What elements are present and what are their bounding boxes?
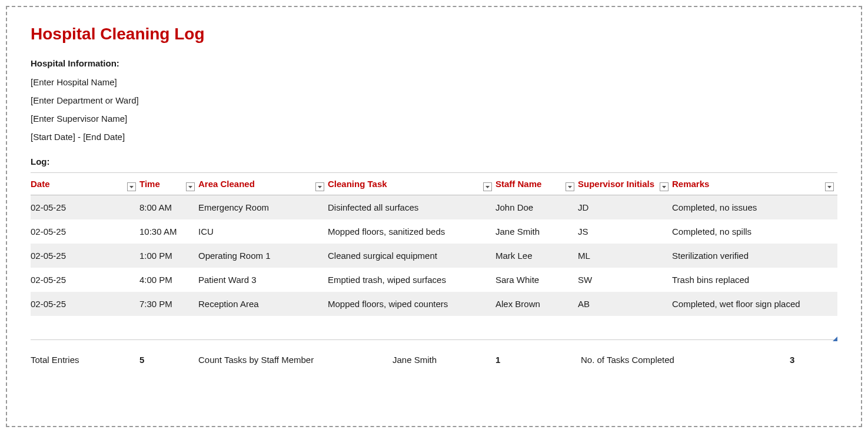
hospital-info-heading: Hospital Information: — [31, 58, 837, 68]
cell-task: Disinfected all surfaces — [328, 195, 495, 220]
cell-task: Emptied trash, wiped surfaces — [328, 268, 495, 292]
col-header-time: Time — [139, 173, 198, 195]
chevron-down-icon — [662, 186, 666, 188]
cell-area: Operating Room 1 — [198, 244, 328, 268]
cell-area: Emergency Room — [198, 195, 328, 220]
cell-task: Mopped floors, wiped counters — [328, 292, 495, 316]
table-bottom-border — [31, 339, 837, 340]
cell-area: Patient Ward 3 — [198, 268, 328, 292]
svg-marker-0 — [129, 186, 134, 188]
cell-date: 02-05-25 — [31, 292, 139, 316]
total-entries-label: Total Entries — [31, 355, 139, 365]
cell-staff: Jane Smith — [495, 219, 578, 244]
cell-staff: Sara White — [495, 268, 578, 292]
table-row: 02-05-251:00 PMOperating Room 1Cleaned s… — [31, 244, 837, 268]
svg-marker-3 — [485, 186, 490, 188]
supervisor-placeholder[interactable]: [Enter Supervisor Name] — [31, 114, 837, 124]
col-header-label: Cleaning Task — [328, 179, 387, 189]
chevron-down-icon — [485, 186, 490, 188]
col-header-label: Time — [139, 179, 160, 189]
filter-button-task[interactable] — [483, 182, 492, 191]
cell-area: Reception Area — [198, 292, 328, 316]
cell-time: 10:30 AM — [139, 219, 198, 244]
cell-date: 02-05-25 — [31, 268, 139, 292]
table-row: 02-05-254:00 PMPatient Ward 3Emptied tra… — [31, 268, 837, 292]
col-header-date: Date — [31, 173, 139, 195]
total-entries-value: 5 — [139, 355, 198, 365]
summary-row: Total Entries 5 Count Tasks by Staff Mem… — [31, 355, 837, 365]
chevron-down-icon — [188, 186, 192, 188]
col-header-label: Staff Name — [495, 179, 541, 189]
col-header-staff: Staff Name — [495, 173, 578, 195]
cell-remarks: Completed, no spills — [672, 219, 837, 244]
table-row: 02-05-257:30 PMReception AreaMopped floo… — [31, 292, 837, 316]
department-placeholder[interactable]: [Enter Department or Ward] — [31, 95, 837, 105]
col-header-label: Supervisor Initials — [578, 179, 654, 189]
cell-sup: JD — [578, 195, 672, 220]
tasks-completed-value: 3 — [790, 355, 794, 365]
svg-marker-4 — [568, 186, 572, 188]
cell-time: 7:30 PM — [139, 292, 198, 316]
cell-time: 4:00 PM — [139, 268, 198, 292]
chevron-down-icon — [827, 186, 832, 188]
page-title: Hospital Cleaning Log — [31, 25, 837, 44]
cell-remarks: Trash bins replaced — [672, 268, 837, 292]
table-resize-handle[interactable] — [833, 337, 837, 341]
svg-marker-5 — [662, 186, 666, 188]
filter-button-time[interactable] — [186, 182, 195, 191]
cell-sup: ML — [578, 244, 672, 268]
document-frame: Hospital Cleaning Log Hospital Informati… — [6, 6, 862, 427]
cell-area: ICU — [198, 219, 328, 244]
cell-time: 8:00 AM — [139, 195, 198, 220]
log-heading: Log: — [31, 156, 837, 166]
cell-sup: SW — [578, 268, 672, 292]
filter-button-remarks[interactable] — [825, 182, 834, 191]
filter-button-date[interactable] — [127, 182, 136, 191]
col-header-label: Date — [31, 179, 50, 189]
cell-staff: John Doe — [495, 195, 578, 220]
cell-sup: AB — [578, 292, 672, 316]
log-table: Date Time Area Cleaned — [31, 173, 837, 316]
cell-remarks: Completed, no issues — [672, 195, 837, 220]
cell-remarks: Sterilization verified — [672, 244, 837, 268]
col-header-area: Area Cleaned — [198, 173, 328, 195]
cell-staff: Mark Lee — [495, 244, 578, 268]
col-header-task: Cleaning Task — [328, 173, 495, 195]
chevron-down-icon — [568, 186, 572, 188]
svg-marker-1 — [188, 186, 192, 188]
col-header-remarks: Remarks — [672, 173, 837, 195]
cell-task: Cleaned surgical equipment — [328, 244, 495, 268]
count-by-staff-value: 1 — [495, 355, 581, 365]
table-row: 02-05-2510:30 AMICUMopped floors, saniti… — [31, 219, 837, 244]
cell-task: Mopped floors, sanitized beds — [328, 219, 495, 244]
filter-button-supervisor[interactable] — [660, 182, 669, 191]
cell-staff: Alex Brown — [495, 292, 578, 316]
chevron-down-icon — [318, 186, 322, 188]
cell-date: 02-05-25 — [31, 195, 139, 220]
hospital-name-placeholder[interactable]: [Enter Hospital Name] — [31, 77, 837, 87]
tasks-completed-label: No. of Tasks Completed — [581, 355, 790, 365]
col-header-label: Remarks — [672, 179, 709, 189]
svg-marker-6 — [827, 186, 832, 188]
cell-sup: JS — [578, 219, 672, 244]
col-header-label: Area Cleaned — [198, 179, 255, 189]
count-by-staff-name: Jane Smith — [393, 355, 495, 365]
svg-marker-2 — [318, 186, 322, 188]
filter-button-area[interactable] — [315, 182, 324, 191]
date-range-placeholder[interactable]: [Start Date] - [End Date] — [31, 132, 837, 142]
cell-date: 02-05-25 — [31, 219, 139, 244]
cell-time: 1:00 PM — [139, 244, 198, 268]
filter-button-staff[interactable] — [566, 182, 574, 191]
table-row: 02-05-258:00 AMEmergency RoomDisinfected… — [31, 195, 837, 220]
chevron-down-icon — [129, 186, 134, 188]
cell-remarks: Completed, wet floor sign placed — [672, 292, 837, 316]
cell-date: 02-05-25 — [31, 244, 139, 268]
count-by-staff-label: Count Tasks by Staff Member — [198, 355, 393, 365]
col-header-supervisor: Supervisor Initials — [578, 173, 672, 195]
